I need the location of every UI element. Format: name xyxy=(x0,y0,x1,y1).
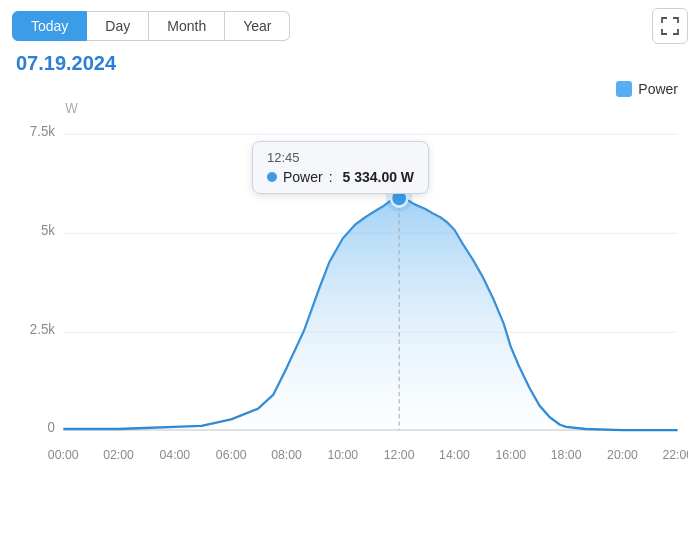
tab-year[interactable]: Year xyxy=(225,11,290,41)
svg-text:14:00: 14:00 xyxy=(439,448,470,462)
tab-group: Today Day Month Year xyxy=(12,11,290,41)
svg-text:00:00: 00:00 xyxy=(48,448,79,462)
svg-text:20:00: 20:00 xyxy=(607,448,638,462)
svg-text:0: 0 xyxy=(48,420,56,435)
chart-container: Power 7.5k 5k 2.5k 0 W xyxy=(12,81,688,528)
svg-text:06:00: 06:00 xyxy=(216,448,247,462)
svg-text:W: W xyxy=(65,101,78,116)
tab-day[interactable]: Day xyxy=(87,11,149,41)
svg-text:16:00: 16:00 xyxy=(495,448,526,462)
svg-text:02:00: 02:00 xyxy=(103,448,134,462)
svg-text:7.5k: 7.5k xyxy=(30,124,55,139)
svg-text:18:00: 18:00 xyxy=(551,448,582,462)
legend-color-swatch xyxy=(616,81,632,97)
expand-button[interactable] xyxy=(652,8,688,44)
svg-text:10:00: 10:00 xyxy=(327,448,358,462)
legend-label: Power xyxy=(638,81,678,97)
expand-icon xyxy=(661,17,679,35)
toolbar: Today Day Month Year xyxy=(12,8,688,44)
tab-today[interactable]: Today xyxy=(12,11,87,41)
chart-legend: Power xyxy=(616,81,678,97)
svg-text:5k: 5k xyxy=(41,223,55,238)
svg-text:04:00: 04:00 xyxy=(159,448,190,462)
chart-data-point-ring xyxy=(386,184,413,212)
main-container: Today Day Month Year 07.19.2024 Power xyxy=(0,0,700,536)
date-label: 07.19.2024 xyxy=(16,52,688,75)
svg-text:2.5k: 2.5k xyxy=(30,322,55,337)
svg-text:22:00: 22:00 xyxy=(662,448,688,462)
svg-text:08:00: 08:00 xyxy=(271,448,302,462)
chart-svg: 7.5k 5k 2.5k 0 W 00:00 02:00 04:00 06:00… xyxy=(12,81,688,528)
tab-month[interactable]: Month xyxy=(149,11,225,41)
svg-text:12:00: 12:00 xyxy=(384,448,415,462)
